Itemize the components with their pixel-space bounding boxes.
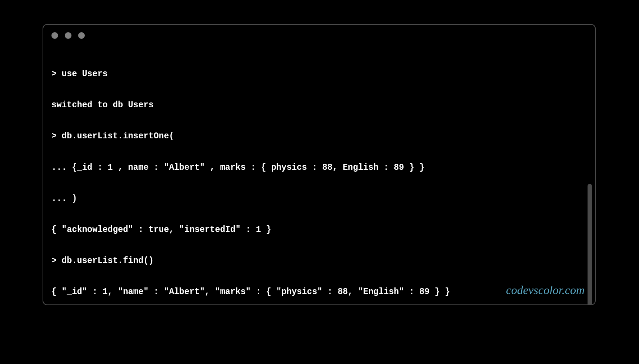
scrollbar[interactable]: [588, 184, 592, 305]
maximize-button-icon[interactable]: [78, 32, 85, 39]
terminal-line: > db.userList.find(): [51, 256, 587, 266]
terminal-line: ... {_id : 1 , name : "Albert" , marks :…: [51, 162, 587, 173]
terminal-line: > db.userList.insertOne(: [51, 131, 587, 141]
terminal-window: > use Users switched to db Users > db.us…: [43, 24, 596, 305]
terminal-line: switched to db Users: [51, 100, 587, 110]
watermark: codevscolor.com: [506, 283, 585, 297]
terminal-line: { "acknowledged" : true, "insertedId" : …: [51, 225, 587, 235]
minimize-button-icon[interactable]: [65, 32, 71, 39]
terminal-line: ... ): [51, 193, 587, 204]
terminal-line: > use Users: [51, 69, 587, 79]
close-button-icon[interactable]: [51, 32, 58, 39]
terminal-content[interactable]: > use Users switched to db Users > db.us…: [43, 39, 595, 305]
window-controls: [43, 25, 595, 39]
